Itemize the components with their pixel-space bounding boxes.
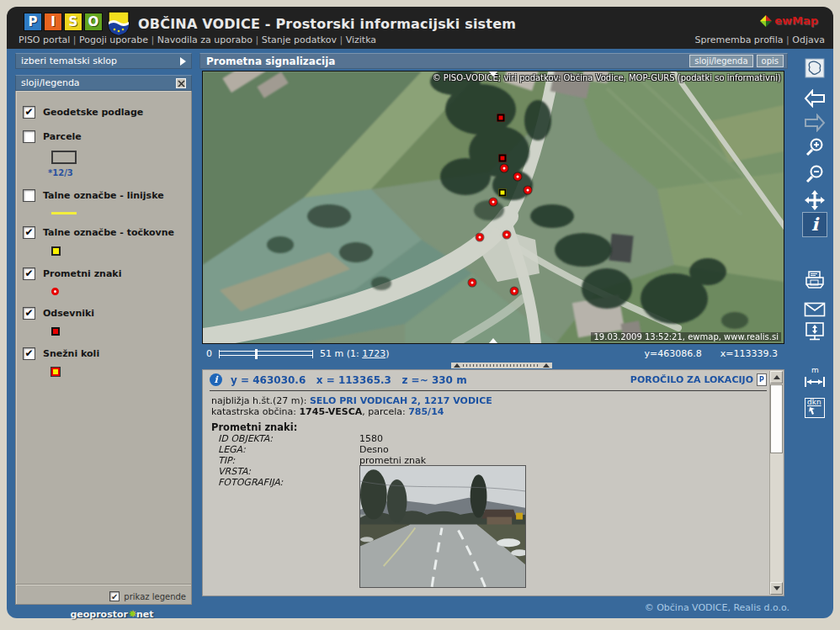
- coordinate-x: x=113339.3: [720, 348, 778, 359]
- scroll-down-button[interactable]: [770, 582, 783, 595]
- geoprostor-logo[interactable]: geoprostor✷net: [45, 608, 179, 620]
- location-report-link[interactable]: POROČILO ZA LOKACIJO P: [630, 373, 767, 386]
- zoom-in-icon: [805, 137, 825, 157]
- layer-row-snezni-koli: ✔ Snežni koli: [23, 347, 191, 360]
- map-marker-traffic-sign[interactable]: [476, 234, 484, 241]
- print-tool[interactable]: [802, 267, 827, 293]
- nearest-address-value[interactable]: SELO PRI VODICAH 2, 1217 VODICE: [310, 395, 492, 406]
- field-label: LEGA:: [218, 444, 359, 455]
- map-section: Prometna signalizacija sloji/legenda opi…: [199, 53, 788, 596]
- geoprostor-star-icon: ✷: [128, 608, 136, 620]
- map-marker-traffic-sign[interactable]: [503, 231, 511, 239]
- legend-yellow-square: [51, 246, 61, 256]
- cursor-coordinates: y=463086.8 x=113339.3: [645, 348, 778, 359]
- geoprostor-label-pre: geoprostor: [70, 609, 128, 620]
- piso-logo-tile: O: [84, 13, 103, 31]
- layers-legend-button[interactable]: sloji/legenda: [689, 55, 752, 67]
- theme-selector-bar[interactable]: izberi tematski sklop: [15, 53, 192, 69]
- measure-tool[interactable]: m: [802, 370, 827, 395]
- scroll-up-button[interactable]: [770, 371, 783, 384]
- nearest-address-line: najbližja h.št.(27 m): SELO PRI VODICAH …: [211, 395, 492, 406]
- field-label: FOTOGRAFIJA:: [218, 477, 359, 488]
- scale-close-paren: ): [385, 348, 389, 359]
- layer-row-talne-oznacbe-tockovne: ✔ Talne označbe - točkovne: [23, 226, 191, 239]
- map-marker-traffic-sign[interactable]: [490, 199, 497, 206]
- piso-logo: P I S O: [24, 13, 103, 31]
- info-panel-scrollbar[interactable]: [769, 371, 783, 595]
- layer-checkbox-geodetske-podlage[interactable]: ✔: [23, 106, 35, 119]
- parcel-value[interactable]: 785/14: [408, 406, 444, 417]
- close-icon[interactable]: [176, 78, 186, 88]
- menu-navodila[interactable]: Navodila za uporabo: [157, 34, 262, 45]
- map-marker-reflector[interactable]: [497, 114, 505, 122]
- zoom-out-tool[interactable]: [802, 161, 827, 187]
- layer-checkbox-parcele[interactable]: [23, 130, 35, 143]
- scale-bar: [219, 351, 313, 356]
- layer-checkbox-talne-tockovne[interactable]: ✔: [23, 226, 35, 239]
- map-marker-snow-pole[interactable]: [499, 189, 507, 197]
- menu-piso-portal[interactable]: PISO portal: [19, 34, 79, 45]
- field-label: VRSTA:: [218, 466, 359, 477]
- legend-red-square: [51, 327, 60, 336]
- menu-odjava[interactable]: Odjava: [792, 34, 825, 45]
- map-marker-traffic-sign[interactable]: [524, 187, 532, 194]
- field-row-id-objekta: ID OBJEKTA:1580: [218, 433, 767, 444]
- legend-yellow-line: [51, 212, 77, 214]
- legend-parcel-note: *12/3: [48, 168, 191, 177]
- description-button[interactable]: opis: [757, 55, 784, 67]
- menu-stanje-podatkov[interactable]: Stanje podatkov: [262, 34, 346, 45]
- menu-pogoji-uporabe[interactable]: Pogoji uporabe: [79, 34, 157, 45]
- legend-toggle-checkbox[interactable]: ✔: [109, 591, 120, 601]
- scrollbar-thumb[interactable]: [770, 384, 783, 453]
- map-marker-traffic-sign[interactable]: [511, 288, 518, 295]
- envelope-icon: [804, 302, 826, 317]
- splitter-arrow-icon: [454, 363, 460, 368]
- layers-panel: sloji/legenda ✔ Geodetske podlage Parcel…: [15, 75, 192, 605]
- zoom-out-icon: [805, 164, 825, 184]
- layer-checkbox-prometni-znaki[interactable]: ✔: [23, 267, 35, 280]
- identify-tool[interactable]: i: [802, 212, 827, 237]
- back-tool[interactable]: [802, 86, 827, 111]
- geoprostor-label-post: net: [136, 609, 154, 620]
- map-marker-traffic-sign[interactable]: [501, 165, 508, 172]
- map-marker-traffic-sign[interactable]: [514, 173, 522, 181]
- field-label: ID OBJEKTA:: [218, 433, 359, 444]
- panel-splitter[interactable]: [451, 363, 552, 368]
- zoom-in-tool[interactable]: [802, 135, 827, 160]
- layer-label: Geodetske podlage: [43, 107, 143, 118]
- resize-handle-bottom[interactable]: [489, 338, 497, 343]
- resize-handle-top[interactable]: [489, 71, 497, 77]
- full-extent-icon: [804, 57, 826, 79]
- layer-label: Snežni koli: [43, 348, 99, 359]
- pan-tool[interactable]: [802, 188, 827, 213]
- field-row-lega: LEGA:Desno: [218, 444, 767, 455]
- map-marker-reflector[interactable]: [499, 155, 507, 162]
- divider: [16, 584, 191, 585]
- location-header-row: i y = 463030.6 x = 113365.3 z =~ 330 m P…: [210, 373, 767, 386]
- traffic-sign-photo: [359, 465, 526, 588]
- export-view-tool[interactable]: [802, 320, 827, 345]
- page-title: OBČINA VODICE - Prostorski informacijski…: [138, 16, 516, 32]
- layer-checkbox-odsevniki[interactable]: ✔: [23, 307, 35, 320]
- info-content: i y = 463030.6 x = 113365.3 z =~ 330 m P…: [210, 370, 767, 596]
- scale-ratio-link[interactable]: 1723: [362, 348, 385, 359]
- menu-vizitka[interactable]: Vizitka: [346, 34, 376, 45]
- sidebar: izberi tematski sklop sloji/legenda ✔ Ge…: [15, 53, 192, 605]
- splitter-grip: [463, 364, 540, 367]
- map-marker-traffic-sign[interactable]: [469, 279, 476, 287]
- piso-logo-tile: P: [24, 13, 42, 31]
- layer-checkbox-talne-linijske[interactable]: [23, 189, 35, 202]
- piso-logo-tile: I: [44, 13, 62, 31]
- full-extent-tool[interactable]: [802, 56, 827, 81]
- dkn-tool[interactable]: dkn: [802, 395, 827, 421]
- map-toolbar: i: [795, 49, 833, 618]
- map-viewport[interactable]: © PISO-VODICE; viri podatkov: Občina Vod…: [202, 71, 784, 344]
- menu-sprememba-profila[interactable]: Sprememba profila: [694, 34, 792, 45]
- layers-panel-header: sloji/legenda: [15, 75, 192, 91]
- layer-checkbox-snezni-koli[interactable]: ✔: [23, 347, 35, 360]
- send-email-tool[interactable]: [802, 297, 827, 322]
- scale-label: 51 m (1:: [320, 348, 359, 359]
- forward-tool[interactable]: [802, 110, 827, 135]
- legend-toggle: ✔ prikaz legende: [109, 591, 186, 601]
- ewmap-diamond-icon: [760, 15, 772, 27]
